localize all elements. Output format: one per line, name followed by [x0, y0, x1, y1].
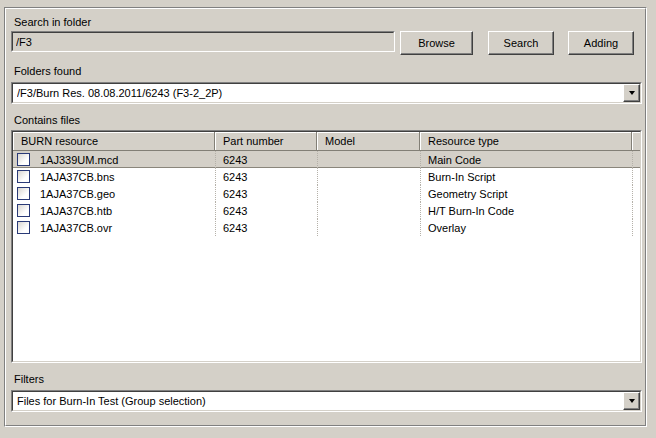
table-row[interactable]: 1AJA37CB.htb 6243 H/T Burn-In Code — [13, 202, 640, 219]
model-cell — [317, 168, 420, 185]
folders-found-label: Folders found — [14, 65, 81, 78]
part-number-cell: 6243 — [215, 202, 317, 219]
folders-found-value: /F3/Burn Res. 08.08.2011/6243 (F3-2_2P) — [17, 84, 620, 102]
folders-found-combobox-inner: /F3/Burn Res. 08.08.2011/6243 (F3-2_2P) — [12, 83, 641, 103]
search-button[interactable]: Search — [488, 31, 554, 55]
file-name: 1AJA37CB.ovr — [40, 222, 112, 234]
file-cell: 1AJ339UM.mcd — [13, 151, 215, 168]
search-in-folder-label: Search in folder — [14, 16, 91, 29]
table-row[interactable]: 1AJA37CB.bns 6243 Burn-In Script — [13, 168, 640, 185]
part-number-cell: 6243 — [215, 151, 317, 168]
file-name: 1AJA37CB.geo — [40, 188, 115, 200]
folders-dropdown-button[interactable] — [623, 84, 640, 102]
row-checkbox[interactable] — [17, 221, 30, 234]
column-header-part-number[interactable]: Part number — [215, 132, 317, 150]
filters-combobox-inner: Files for Burn-In Test (Group selection) — [12, 391, 641, 411]
file-cell: 1AJA37CB.htb — [13, 202, 215, 219]
table-row[interactable]: 1AJA37CB.geo 6243 Geometry Script — [13, 185, 640, 202]
table-row[interactable]: 1AJA37CB.ovr 6243 Overlay — [13, 219, 640, 236]
row-checkbox[interactable] — [17, 153, 30, 166]
part-number-cell: 6243 — [215, 219, 317, 236]
spacer-cell — [632, 151, 640, 168]
chevron-down-icon — [629, 399, 635, 403]
file-cell: 1AJA37CB.geo — [13, 185, 215, 202]
resource-type-cell: Overlay — [420, 219, 632, 236]
resource-type-cell: H/T Burn-In Code — [420, 202, 632, 219]
spacer-cell — [632, 185, 640, 202]
filters-combobox[interactable]: Files for Burn-In Test (Group selection) — [11, 390, 642, 412]
spacer-cell — [632, 202, 640, 219]
table-body: 1AJ339UM.mcd 6243 Main Code 1AJA37CB.bns… — [13, 151, 640, 361]
search-folder-input-field[interactable] — [13, 33, 393, 50]
row-checkbox[interactable] — [17, 204, 30, 217]
file-cell: 1AJA37CB.bns — [13, 168, 215, 185]
filters-label: Filters — [14, 373, 44, 386]
column-header-resource-type[interactable]: Resource type — [420, 132, 632, 150]
dialog: Search in folder Browse Search Adding Fo… — [0, 0, 656, 438]
file-name: 1AJ339UM.mcd — [40, 154, 118, 166]
chevron-down-icon — [629, 91, 635, 95]
file-name: 1AJA37CB.bns — [40, 171, 115, 183]
contains-files-label: Contains files — [14, 114, 80, 127]
files-table-inner: BURN resource Part number Model Resource… — [12, 131, 641, 362]
file-name: 1AJA37CB.htb — [40, 205, 112, 217]
resource-type-cell: Burn-In Script — [420, 168, 632, 185]
resource-type-cell: Geometry Script — [420, 185, 632, 202]
adding-button[interactable]: Adding — [568, 31, 634, 55]
folders-found-combobox[interactable]: /F3/Burn Res. 08.08.2011/6243 (F3-2_2P) — [11, 82, 642, 104]
model-cell — [317, 185, 420, 202]
table-row[interactable]: 1AJ339UM.mcd 6243 Main Code — [13, 151, 640, 168]
spacer-cell — [632, 168, 640, 185]
column-header-spacer — [632, 132, 640, 150]
files-table: BURN resource Part number Model Resource… — [11, 130, 642, 363]
model-cell — [317, 202, 420, 219]
column-header-burn-resource[interactable]: BURN resource — [13, 132, 215, 150]
column-header-model[interactable]: Model — [317, 132, 420, 150]
model-cell — [317, 151, 420, 168]
model-cell — [317, 219, 420, 236]
row-checkbox[interactable] — [17, 187, 30, 200]
browse-button[interactable]: Browse — [400, 31, 473, 55]
search-folder-input[interactable] — [11, 31, 395, 52]
part-number-cell: 6243 — [215, 185, 317, 202]
file-cell: 1AJA37CB.ovr — [13, 219, 215, 236]
part-number-cell: 6243 — [215, 168, 317, 185]
row-checkbox[interactable] — [17, 170, 30, 183]
filters-dropdown-button[interactable] — [623, 392, 640, 410]
resource-type-cell: Main Code — [420, 151, 632, 168]
table-header: BURN resource Part number Model Resource… — [13, 132, 640, 151]
search-folder-input-inner — [12, 32, 394, 51]
filters-value: Files for Burn-In Test (Group selection) — [17, 392, 620, 410]
spacer-cell — [632, 219, 640, 236]
